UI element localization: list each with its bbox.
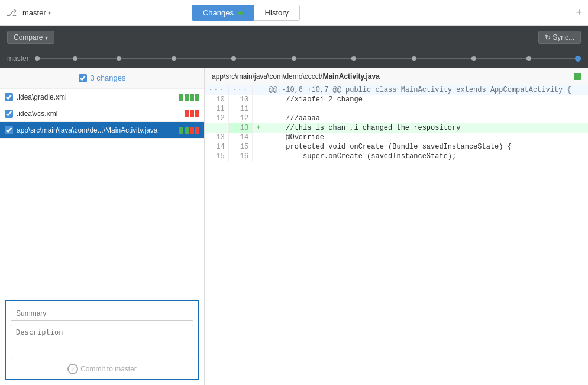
main-content: 3 changes .idea\gradle.xml .idea\vcs.xml xyxy=(0,68,588,385)
diff-marker xyxy=(253,104,264,114)
diff-path-prefix: app\src\main\java\com\demo\cccct\ xyxy=(212,72,322,81)
diff-block xyxy=(179,127,183,134)
compare-label: Compare xyxy=(14,33,43,41)
file-item-mainactivity[interactable]: app\src\main\java\com\de...\MainActivity… xyxy=(0,122,204,139)
line-num-left xyxy=(205,123,228,133)
diff-context-row: 11 11 xyxy=(205,104,588,114)
commit-btn-row: ✓ Commit to master xyxy=(11,364,193,374)
diff-code: @Override xyxy=(264,133,587,142)
diff-block xyxy=(195,94,199,101)
diff-context-row: 12 12 ///aaaaa xyxy=(205,114,588,123)
diff-marker xyxy=(253,85,264,95)
timeline-line xyxy=(35,58,581,59)
diff-header: app\src\main\java\com\demo\cccct\MainAct… xyxy=(205,68,588,85)
diff-file-name: MainActivity.java xyxy=(322,72,379,81)
line-num-left: 10 xyxy=(205,95,228,104)
diff-status-indicator xyxy=(574,73,581,80)
compare-button[interactable]: Compare ▾ xyxy=(7,31,54,44)
file-name-vcs: .idea\vcs.xml xyxy=(17,110,181,118)
timeline-dot-8 xyxy=(412,56,416,61)
line-num-right: 15 xyxy=(228,142,253,152)
diff-code: //this is chan ,i changed the respositor… xyxy=(264,123,587,133)
diff-marker xyxy=(253,95,264,104)
diff-block xyxy=(190,110,194,117)
diff-table: ··· ··· @@ -10,6 +10,7 @@ public class M… xyxy=(205,85,588,161)
timeline-dot-10 xyxy=(526,56,531,61)
file-name-gradle: .idea\gradle.xml xyxy=(17,93,176,101)
diff-context-row: 13 14 @Override xyxy=(205,133,588,142)
sync-button[interactable]: ↻ Sync... xyxy=(538,31,581,44)
tab-changes[interactable]: Changes xyxy=(192,5,254,21)
tab-history[interactable]: History xyxy=(254,5,300,21)
diff-block xyxy=(185,110,189,117)
diff-code: protected void onCreate (Bundle savedIns… xyxy=(264,142,587,152)
timeline-dot-7 xyxy=(351,56,356,61)
line-num-right: 16 xyxy=(228,152,253,161)
file-name-mainactivity: app\src\main\java\com\de...\MainActivity… xyxy=(17,126,176,134)
diff-marker xyxy=(253,114,264,123)
line-num-right: 10 xyxy=(228,95,253,104)
commit-button[interactable]: ✓ Commit to master xyxy=(67,364,137,374)
file-checkbox-vcs[interactable] xyxy=(5,110,13,118)
diff-content: ··· ··· @@ -10,6 +10,7 @@ public class M… xyxy=(205,85,588,385)
timeline-branch-label: master xyxy=(7,54,29,63)
line-num-right: 12 xyxy=(228,114,253,123)
diff-block xyxy=(195,127,199,134)
diff-code: //xiaofei 2 change xyxy=(264,95,587,104)
toolbar: Compare ▾ ↻ Sync... xyxy=(0,26,588,49)
line-num-left: 12 xyxy=(205,114,228,123)
file-item-vcs[interactable]: .idea\vcs.xml xyxy=(0,105,204,122)
summary-input[interactable] xyxy=(11,306,193,321)
git-icon: ⎇ xyxy=(6,7,17,18)
left-panel: 3 changes .idea\gradle.xml .idea\vcs.xml xyxy=(0,68,205,385)
tab-group: Changes History xyxy=(192,5,300,21)
file-checkbox-gradle[interactable] xyxy=(5,93,13,101)
line-num-left: 11 xyxy=(205,104,228,114)
diff-marker xyxy=(253,142,264,152)
branch-chevron: ▾ xyxy=(48,9,51,16)
line-num-right: 11 xyxy=(228,104,253,114)
line-num-right: ··· xyxy=(228,85,253,95)
line-num-left: 14 xyxy=(205,142,228,152)
file-list: .idea\gradle.xml .idea\vcs.xml xyxy=(0,89,204,295)
diff-code xyxy=(264,104,587,114)
diff-indicator-gradle xyxy=(179,94,199,101)
diff-block xyxy=(185,127,189,134)
diff-code: @@ -10,6 +10,7 @@ public class MainActiv… xyxy=(264,85,587,95)
compare-arrow: ▾ xyxy=(45,34,48,41)
timeline-dot-1 xyxy=(35,56,40,61)
top-bar: ⎇ master ▾ Changes History + xyxy=(0,0,588,26)
diff-block xyxy=(190,94,194,101)
right-panel: app\src\main\java\com\demo\cccct\MainAct… xyxy=(205,68,588,385)
add-tab-icon[interactable]: + xyxy=(576,7,582,19)
diff-marker xyxy=(253,152,264,161)
line-num-right: 14 xyxy=(228,133,253,142)
diff-hunk-row: ··· ··· @@ -10,6 +10,7 @@ public class M… xyxy=(205,85,588,95)
description-input[interactable] xyxy=(11,325,193,360)
diff-code: ///aaaaa xyxy=(264,114,587,123)
changes-dot xyxy=(238,11,243,15)
line-num-left: 13 xyxy=(205,133,228,142)
diff-block xyxy=(195,110,199,117)
line-num-left: 15 xyxy=(205,152,228,161)
diff-file-path: app\src\main\java\com\demo\cccct\MainAct… xyxy=(212,72,574,81)
diff-indicator-vcs xyxy=(185,110,199,117)
branch-selector[interactable]: master ▾ xyxy=(22,8,51,17)
diff-indicator-mainactivity xyxy=(179,127,199,134)
timeline-dot-5 xyxy=(231,56,236,61)
file-item-gradle[interactable]: .idea\gradle.xml xyxy=(0,89,204,105)
diff-context-row: 15 16 super.onCreate (savedInstanceState… xyxy=(205,152,588,161)
diff-block xyxy=(185,94,189,101)
commit-check-icon: ✓ xyxy=(67,364,78,374)
branch-timeline: master xyxy=(0,49,588,68)
file-checkbox-mainactivity[interactable] xyxy=(5,126,13,134)
line-num-left: ··· xyxy=(205,85,228,95)
select-all-checkbox[interactable] xyxy=(79,74,87,82)
line-num-right: 13 xyxy=(228,123,253,133)
diff-block xyxy=(179,94,183,101)
diff-block xyxy=(190,127,194,134)
top-right: + xyxy=(576,7,582,19)
changes-count: 3 changes xyxy=(91,73,126,82)
sync-label: ↻ Sync... xyxy=(545,33,574,41)
diff-added-row: 13 + //this is chan ,i changed the respo… xyxy=(205,123,588,133)
